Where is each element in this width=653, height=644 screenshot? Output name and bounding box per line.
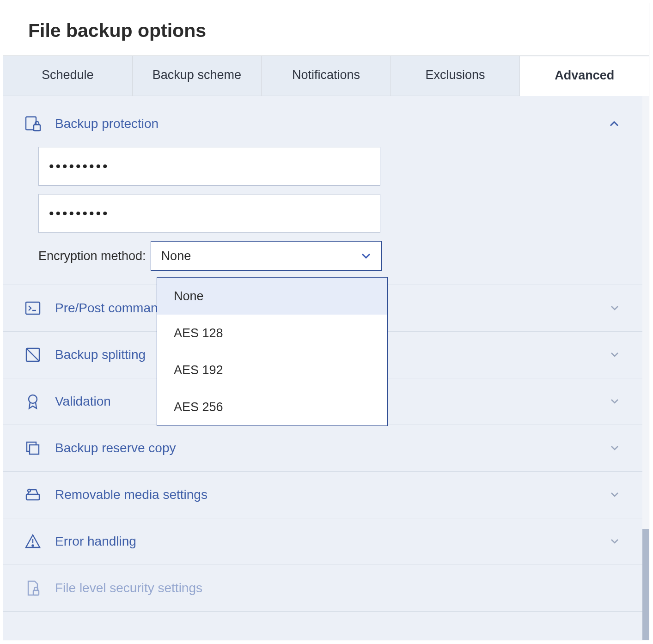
section-backup-reserve-copy: Backup reserve copy [3,425,649,472]
section-label: File level security settings [55,581,202,595]
encryption-label: Encryption method: [38,249,146,263]
password-confirm-input[interactable]: ••••••••• [38,194,380,233]
content-pane: Backup protection ••••••••• ••••••••• En… [3,96,649,640]
chevron-down-icon [610,397,619,406]
chevron-down-icon [610,350,619,359]
chevron-down-icon [610,490,619,499]
drive-gear-icon [24,486,42,504]
section-removable-media: Removable media settings [3,472,649,518]
section-label: Backup splitting [55,347,146,362]
section-file-level-security: File level security settings [3,565,649,612]
svg-point-8 [28,489,31,492]
dialog-window: File backup options Schedule Backup sche… [3,3,649,640]
section-label: Pre/Post commands [55,301,171,316]
ribbon-icon [24,392,42,411]
encryption-option-aes192[interactable]: AES 192 [157,352,387,389]
chevron-down-icon [610,304,619,313]
terminal-icon [24,299,42,317]
section-label: Backup protection [55,116,159,131]
section-label: Backup reserve copy [55,441,176,456]
section-header-removable-media[interactable]: Removable media settings [3,472,649,518]
encryption-select[interactable]: None [151,241,382,271]
section-header-backup-protection[interactable]: Backup protection [3,96,649,147]
copy-icon [24,439,42,457]
window-title: File backup options [3,3,649,55]
encryption-selected-value: None [161,249,191,263]
chevron-down-icon [361,251,371,261]
tab-backup-scheme[interactable]: Backup scheme [133,56,262,96]
section-label: Validation [55,394,111,409]
tab-notifications[interactable]: Notifications [262,56,391,96]
encryption-row: Encryption method: None [38,241,614,271]
encryption-option-none[interactable]: None [157,278,387,315]
password-input[interactable]: ••••••••• [38,147,380,186]
svg-rect-2 [26,302,40,314]
tab-schedule[interactable]: Schedule [3,56,133,96]
section-label: Error handling [55,534,136,549]
vertical-scroll-thumb[interactable] [642,529,649,640]
section-backup-protection: Backup protection ••••••••• ••••••••• En… [3,96,649,285]
chevron-up-icon [609,119,619,129]
warning-icon [24,532,42,551]
split-icon [24,346,42,364]
chevron-down-icon [610,537,619,546]
svg-rect-7 [26,494,39,500]
encryption-dropdown: None AES 128 AES 192 AES 256 [157,277,388,426]
tab-advanced[interactable]: Advanced [520,56,649,96]
section-header-error-handling[interactable]: Error handling [3,518,649,565]
section-body-backup-protection: ••••••••• ••••••••• Encryption method: N… [3,147,649,285]
svg-point-4 [29,395,37,403]
section-header-file-level-security[interactable]: File level security settings [3,565,649,611]
shield-lock-icon [24,115,42,133]
tab-exclusions[interactable]: Exclusions [391,56,520,96]
encryption-option-aes256[interactable]: AES 256 [157,389,387,425]
svg-rect-6 [30,445,39,454]
vertical-scroll-track[interactable] [642,96,649,640]
svg-rect-10 [33,590,39,595]
section-label: Removable media settings [55,487,207,502]
chevron-down-icon [610,444,619,453]
svg-point-9 [32,545,33,546]
encryption-option-aes128[interactable]: AES 128 [157,315,387,352]
section-header-backup-reserve-copy[interactable]: Backup reserve copy [3,425,649,471]
file-lock-icon [24,579,42,597]
tab-bar: Schedule Backup scheme Notifications Exc… [3,55,649,96]
svg-rect-1 [34,125,40,131]
section-error-handling: Error handling [3,518,649,565]
